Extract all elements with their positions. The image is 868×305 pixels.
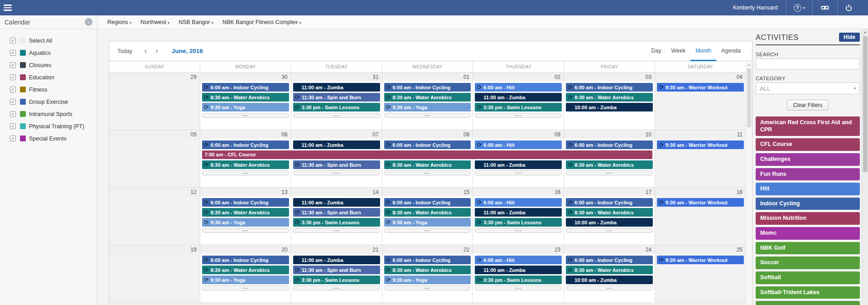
category-select[interactable]: ALL ▾	[756, 82, 860, 94]
checkbox-group-exercise[interactable]: ✓	[10, 99, 16, 105]
checkbox-education[interactable]: ✓	[10, 74, 16, 80]
day-cell-15[interactable]: 15⟳6:00 am - Indoor Cycling⟳8:30 am - Wa…	[382, 188, 473, 245]
activity-tag-soccer[interactable]: Soccer	[756, 257, 860, 269]
event-11-30-am-spin-and-burn[interactable]: ⟳11:30 am - Spin and Burn	[293, 93, 380, 102]
day-cell-14[interactable]: 14⟳11:00 am - Zumba⟳11:30 am - Spin and …	[291, 188, 382, 245]
event-6-00-am-hiit[interactable]: ⟳6:00 am - Hiit	[475, 198, 562, 207]
event-8-30-am-water-aerobics[interactable]: ⟳8:30 am - Water Aerobics	[202, 208, 289, 217]
activity-tag-item[interactable]	[756, 301, 860, 305]
more-events-button[interactable]: ...	[475, 228, 562, 233]
day-cell-04[interactable]: 04⟳9:30 am - Warrior Workout	[655, 73, 746, 130]
more-events-button[interactable]: ...	[566, 228, 653, 233]
activity-tag-softball-trident-lakes[interactable]: Softball-Trident Lakes	[756, 286, 860, 299]
activity-tag-indoor-cycling[interactable]: Indoor Cycling	[756, 198, 860, 210]
day-cell-30[interactable]: 30⟳6:00 am - Indoor Cycling⟳8:30 am - Wa…	[200, 73, 291, 130]
more-events-button[interactable]: ...	[384, 170, 471, 175]
event-11-00-am-zumba[interactable]: ⟳11:00 am - Zumba	[475, 93, 562, 102]
event-11-00-am-zumba[interactable]: ⟳11:00 am - Zumba	[475, 208, 562, 217]
calendar-title[interactable]: June, 2016	[172, 48, 203, 54]
event-8-30-am-water-aerobics[interactable]: ⟳8:30 am - Water Aerobics	[566, 93, 653, 102]
event-6-00-am-indoor-cycling[interactable]: ⟳6:00 am - Indoor Cycling	[566, 83, 653, 92]
day-cell-24[interactable]: 24⟳6:00 am - Indoor Cycling⟳8:30 am - Wa…	[564, 245, 655, 302]
calendar-filter-aquatics[interactable]: ✓Aquatics	[0, 47, 97, 59]
calendar-filter-fitness[interactable]: ✓Fitness	[0, 83, 97, 96]
day-cell-25[interactable]: 25⟳9:30 am - Warrior Workout	[655, 245, 746, 302]
event-6-00-am-hiit[interactable]: ⟳6:00 am - Hiit	[475, 83, 562, 92]
event-6-00-am-hiit[interactable]: ⟳6:00 am - Hiit	[475, 140, 562, 149]
event-6-00-am-indoor-cycling[interactable]: ⟳6:00 am - Indoor Cycling	[202, 256, 289, 264]
activity-tag-challenges[interactable]: Challenges	[756, 153, 860, 166]
day-cell-19[interactable]: 19	[109, 245, 200, 302]
activity-tag-mission-nutrition[interactable]: Mission Nutrition	[756, 212, 860, 225]
event-9-30-am-warrior-workout[interactable]: ⟳9:30 am - Warrior Workout	[657, 256, 744, 264]
breadcrumb-item-northwest[interactable]: Northwest ▾	[134, 19, 172, 25]
event-9-30-am-yoga[interactable]: ⟳9:30 am - Yoga	[384, 103, 471, 111]
day-cell-01[interactable]: 01⟳6:00 am - Indoor Cycling⟳8:30 am - Wa…	[382, 73, 473, 130]
more-events-button[interactable]: ...	[202, 113, 289, 118]
event-6-00-am-indoor-cycling[interactable]: ⟳6:00 am - Indoor Cycling	[384, 256, 471, 264]
activity-tag-american-red-cross-first-aid-and-cpr[interactable]: American Red Cross First Aid and CPR	[756, 116, 860, 136]
event-9-30-am-yoga[interactable]: ⟳9:30 am - Yoga	[384, 276, 471, 284]
calendar-filter-select-all[interactable]: ✓Select All	[0, 34, 97, 47]
checkbox-aquatics[interactable]: ✓	[10, 50, 16, 56]
event-8-30-am-water-aerobics[interactable]: ⟳8:30 am - Water Aerobics	[202, 93, 289, 102]
calendar-filter-special-events[interactable]: ✓Special Events	[0, 132, 97, 145]
breadcrumb-item-nbk-bangor-fitness-complex[interactable]: NBK Bangor Fitness Complex ▾	[216, 19, 304, 25]
more-events-button[interactable]: ...	[475, 286, 562, 290]
event-11-30-am-spin-and-burn[interactable]: ⟳11:30 am - Spin and Burn	[293, 208, 380, 217]
more-events-button[interactable]: ...	[202, 170, 289, 175]
event-3-30-pm-swim-lessons[interactable]: ⟳3:30 pm - Swim Lessons	[293, 103, 380, 111]
calendar-filter-group-exercise[interactable]: ✓Group Exercise	[0, 96, 97, 108]
more-events-button[interactable]: ...	[384, 286, 471, 290]
day-cell-17[interactable]: 17⟳6:00 am - Indoor Cycling⟳8:30 am - Wa…	[564, 188, 655, 245]
breadcrumb-item-nsb-bangor[interactable]: NSB Bangor ▾	[172, 19, 216, 25]
next-month-icon[interactable]: ›	[155, 46, 158, 56]
event-6-00-am-indoor-cycling[interactable]: ⟳6:00 am - Indoor Cycling	[566, 256, 653, 264]
more-events-button[interactable]: ...	[566, 286, 653, 290]
scroll-up-icon[interactable]: ▲	[862, 29, 868, 35]
more-events-button[interactable]: ...	[384, 228, 471, 233]
event-8-30-am-water-aerobics[interactable]: ⟳8:30 am - Water Aerobics	[202, 266, 289, 274]
event-10-00-am-zumba[interactable]: ⟳10:00 am - Zumba	[566, 103, 653, 111]
sidebar-collapse-button[interactable]: ‹	[85, 18, 92, 26]
activity-tag-softball[interactable]: Softball	[756, 271, 860, 284]
event-11-00-am-zumba[interactable]: ⟳11:00 am - Zumba	[475, 160, 562, 169]
checkbox-physical-training-pt[interactable]: ✓	[10, 123, 16, 129]
tab-week[interactable]: Week	[666, 41, 690, 61]
event-8-30-am-water-aerobics[interactable]: ⟳8:30 am - Water Aerobics	[384, 266, 471, 274]
event-6-00-am-indoor-cycling[interactable]: ⟳6:00 am - Indoor Cycling	[384, 140, 471, 149]
tab-agenda[interactable]: Agenda	[716, 41, 746, 61]
day-cell-12[interactable]: 12	[109, 188, 200, 245]
activity-tag-cfl-course[interactable]: CFL Course	[756, 138, 860, 151]
event-6-00-am-indoor-cycling[interactable]: ⟳6:00 am - Indoor Cycling	[202, 198, 289, 207]
event-3-30-pm-swim-lessons[interactable]: ⟳3:30 pm - Swim Lessons	[293, 218, 380, 227]
calendar-scrollbar[interactable]: ▲	[746, 62, 752, 305]
more-events-button[interactable]: ...	[293, 170, 380, 175]
activity-tag-nbk-golf[interactable]: NBK Golf	[756, 242, 860, 255]
activity-tag-fun-runs[interactable]: Fun Runs	[756, 168, 860, 181]
event-8-30-am-water-aerobics[interactable]: ⟳8:30 am - Water Aerobics	[566, 160, 653, 169]
more-events-button[interactable]: ...	[202, 228, 289, 233]
hide-button[interactable]: Hide	[839, 33, 860, 42]
scrollbar-thumb[interactable]	[863, 36, 868, 172]
checkbox-fitness[interactable]: ✓	[10, 87, 16, 92]
day-cell-05[interactable]: 05	[109, 130, 200, 187]
event-9-30-am-yoga[interactable]: ⟳9:30 am - Yoga	[202, 103, 289, 111]
day-cell-31[interactable]: 31⟳11:00 am - Zumba⟳11:30 am - Spin and …	[291, 73, 382, 130]
event-8-30-am-water-aerobics[interactable]: ⟳8:30 am - Water Aerobics	[566, 266, 653, 274]
help-menu[interactable]: ? ▾	[786, 0, 812, 15]
more-events-button[interactable]: ...	[293, 228, 380, 233]
calendar-filter-closures[interactable]: ✓Closures	[0, 59, 97, 71]
day-cell-20[interactable]: 20⟳6:00 am - Indoor Cycling⟳8:30 am - Wa…	[200, 245, 291, 302]
activity-tag-momc[interactable]: Momc	[756, 227, 860, 240]
checkbox-intramural-sports[interactable]: ✓	[10, 111, 16, 117]
event-6-00-am-indoor-cycling[interactable]: ⟳6:00 am - Indoor Cycling	[566, 198, 653, 207]
day-cell-21[interactable]: 21⟳11:00 am - Zumba⟳11:30 am - Spin and …	[291, 245, 382, 302]
scroll-up-icon[interactable]: ▲	[746, 62, 752, 68]
activity-tag-hiit[interactable]: Hiit	[756, 183, 860, 195]
day-cell-03[interactable]: 03⟳6:00 am - Indoor Cycling⟳8:30 am - Wa…	[564, 73, 655, 130]
more-events-button[interactable]: ...	[384, 113, 471, 118]
more-events-button[interactable]: ...	[475, 113, 562, 118]
event-3-30-pm-swim-lessons[interactable]: ⟳3:30 pm - Swim Lessons	[475, 218, 562, 227]
breadcrumb-item-regions[interactable]: Regions ▾	[101, 19, 134, 25]
